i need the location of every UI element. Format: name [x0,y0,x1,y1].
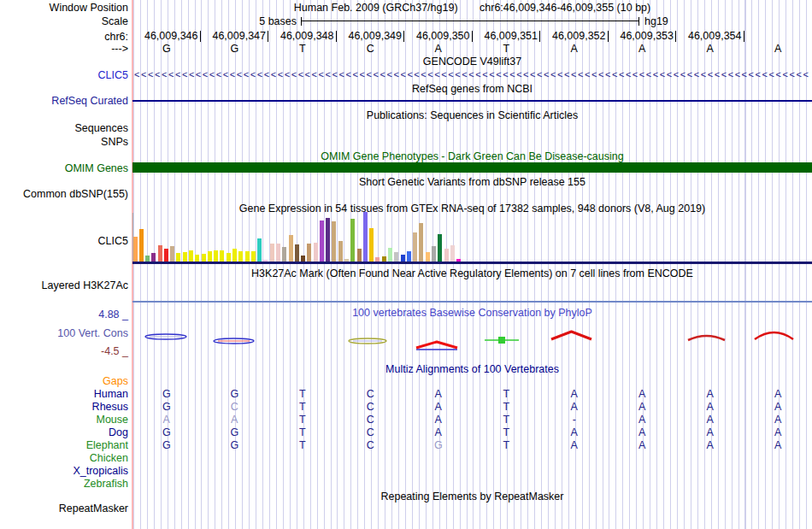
gtex-tissue-bar[interactable] [189,250,193,262]
left-arrow-icon: < [339,69,344,80]
left-arrow-icon: < [475,69,480,80]
gtex-tissue-bar[interactable] [164,249,168,262]
gtex-tissue-bar[interactable] [282,247,286,262]
gtex-tissue-bar[interactable] [151,253,156,262]
left-arrow-icon: < [796,69,801,80]
reference-base: G [150,43,184,55]
left-arrow-icon: < [509,69,515,80]
left-arrow-icon: < [482,69,487,80]
gtex-tissue-bar[interactable] [295,244,299,262]
left-arrow-icon: < [414,69,419,80]
left-arrow-icon: < [660,69,665,80]
alignment-base: T [489,439,523,451]
left-arrow-icon: < [496,69,501,80]
gtex-tissue-bar[interactable] [369,228,374,262]
gtex-tissue-bar[interactable] [133,237,138,262]
gtex-tissue-bar[interactable] [214,250,218,262]
left-arrow-icon: < [346,69,351,80]
gtex-tissue-bar[interactable] [270,244,274,262]
gtex-tissue-bar[interactable] [276,244,280,262]
gtex-tissue-bar[interactable] [432,246,436,262]
gtex-tissue-bar[interactable] [401,255,405,262]
refseq-curated-track[interactable] [132,100,812,102]
gtex-tissue-bar[interactable] [444,249,449,262]
gtex-tissue-bar[interactable] [170,246,174,262]
h3k27ac-track[interactable] [132,301,812,303]
reference-base: T [285,43,320,55]
track-title-multiz: Multiz Alignments of 100 Vertebrates [132,363,812,375]
gtex-tissue-bar[interactable] [145,256,150,262]
gtex-tissue-bar[interactable] [232,249,237,262]
left-arrow-icon: < [633,69,638,80]
gtex-tissue-bar[interactable] [357,249,362,262]
gtex-tissue-bar[interactable] [301,256,305,262]
coordinate-label: 46,009,350 [397,31,473,42]
alignment-base: A [625,414,659,426]
left-arrow-icon: < [523,69,528,80]
left-arrow-icon: < [776,69,781,80]
left-arrow-icon: < [189,69,194,80]
alignment-base: A [421,388,456,400]
gtex-tissue-bar[interactable] [220,250,224,262]
left-arrow-icon: < [434,69,439,80]
left-arrow-icon: < [585,69,590,80]
left-arrow-icon: < [564,69,569,80]
coordinate-label: 46,009,348 [262,31,337,42]
gtex-tissue-bar[interactable] [450,245,455,262]
gtex-tissue-bar[interactable] [176,253,180,262]
left-arrow-icon: < [557,69,562,80]
left-arrow-icon: < [674,69,679,80]
gtex-tissue-bar[interactable] [195,255,199,262]
left-arrow-icon: < [646,69,651,80]
gtex-tissue-bar[interactable] [208,251,212,262]
gtex-tissue-bar[interactable] [251,251,256,262]
gtex-tissue-bar[interactable] [413,232,417,262]
track-title-refseq: RefSeq genes from NCBI [132,83,812,95]
gtex-tissue-bar[interactable] [158,245,162,262]
omim-genes-track[interactable] [132,162,812,173]
left-arrow-icon: < [400,69,405,80]
left-arrow-icon: < [386,69,391,80]
gtex-tissue-bar[interactable] [238,251,243,262]
alignment-base: A [693,414,727,426]
clic5-gene-track[interactable]: <<<<<<<<<<<<<<<<<<<<<<<<<<<<<<<<<<<<<<<<… [134,69,809,80]
track-label-omim-genes: OMIM Genes [0,162,128,174]
gtex-tissue-bar[interactable] [419,223,423,262]
gtex-tissue-bar[interactable] [320,220,324,262]
alignment-base: A [761,426,795,438]
left-arrow-icon: < [271,69,276,80]
alignment-base: C [353,414,387,426]
gtex-tissue-bar[interactable] [326,218,330,262]
left-arrow-icon: < [680,69,685,80]
gtex-tissue-bar[interactable] [438,234,442,262]
gtex-tissue-bar[interactable] [407,251,411,262]
gtex-tissue-bar[interactable] [289,235,293,262]
left-arrow-icon: < [721,69,727,80]
gtex-tissue-bar[interactable] [314,243,318,262]
gtex-tissue-bar[interactable] [257,238,262,262]
track-label-repeatmasker: RepeatMasker [0,503,128,514]
species-label-x_tropicalis: X_tropicalis [0,465,128,477]
gtex-tissue-bar[interactable] [388,248,392,262]
left-arrow-icon: < [393,69,398,80]
track-label-cons-min: -4.5 _ [0,345,128,357]
gtex-tissue-bar[interactable] [363,212,368,262]
gtex-tissue-bar[interactable] [350,219,355,262]
left-arrow-icon: < [257,69,262,80]
gtex-tissue-bar[interactable] [139,229,144,262]
gtex-tissue-bar[interactable] [202,254,206,262]
alignment-base: T [285,439,320,451]
gtex-tissue-bar[interactable] [183,252,187,262]
left-arrow-icon: < [735,69,740,80]
gtex-tissue-bar[interactable] [227,253,231,262]
scale-value: 5 bases [132,15,297,27]
gtex-tissue-bar[interactable] [332,221,336,262]
alignment-base: T [285,401,320,413]
gtex-tissue-bar[interactable] [394,252,398,262]
gtex-tissue-bar[interactable] [307,244,311,262]
gtex-tissue-bar[interactable] [245,251,250,262]
gtex-tissue-bar[interactable] [338,241,343,262]
gtex-tissue-bar[interactable] [426,252,430,262]
left-arrow-icon: < [790,69,795,80]
alignment-base: A [625,401,659,413]
